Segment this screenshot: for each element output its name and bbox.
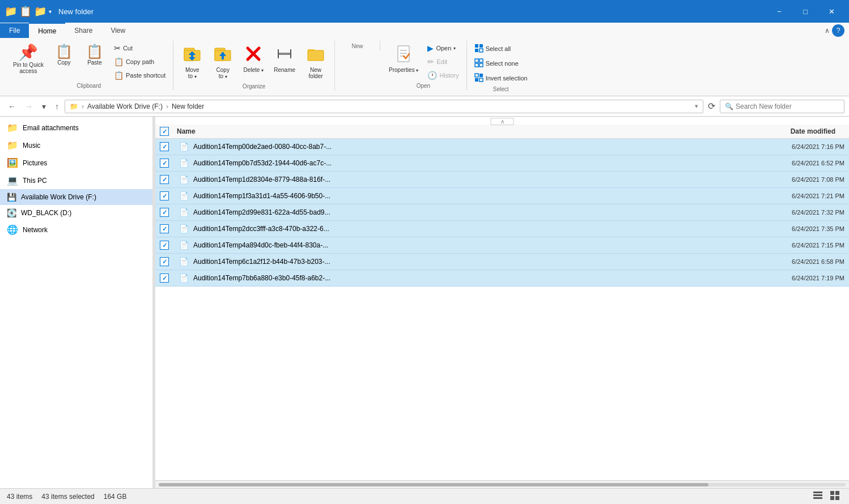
sidebar-item-wd-black[interactable]: 💽 WD_BLACK (D:) (0, 205, 152, 221)
header-name[interactable]: Name (177, 127, 750, 135)
up-button[interactable]: ↑ (52, 100, 62, 113)
maximize-button[interactable]: □ (792, 0, 818, 23)
copy-button[interactable]: 📋 Copy (50, 42, 78, 69)
header-checkbox-area (160, 127, 177, 136)
rename-button[interactable]: Rename (270, 42, 299, 76)
delete-label: Delete ▾ (243, 67, 264, 73)
table-row[interactable]: 📄 Audition14Temp00de2aed-0080-40cc-8ab7-… (155, 139, 849, 155)
row-checkbox[interactable] (160, 224, 169, 233)
properties-button[interactable]: Properties ▾ (385, 42, 422, 76)
sidebar-item-this-pc[interactable]: 💻 This PC (0, 172, 152, 189)
horizontal-scrollbar[interactable] (155, 480, 849, 488)
sidebar-item-pictures[interactable]: 🖼️ Pictures (0, 154, 152, 172)
copy-to-button[interactable]: Copyto ▾ (209, 42, 237, 82)
breadcrumb-drive[interactable]: Available Work Drive (F:) (87, 102, 163, 110)
tab-share[interactable]: Share (65, 23, 101, 38)
search-input[interactable] (736, 102, 839, 110)
header-checkbox[interactable] (160, 127, 169, 136)
tab-view[interactable]: View (101, 23, 134, 38)
history-button[interactable]: 🕐 History (424, 69, 461, 82)
collapse-area: ∧ (155, 117, 849, 125)
row-checkbox[interactable] (160, 175, 169, 184)
details-view-button[interactable] (810, 489, 825, 503)
select-none-icon (474, 58, 483, 69)
invert-selection-button[interactable]: Invert selection (472, 71, 530, 85)
tab-home[interactable]: Home (29, 23, 65, 39)
sidebar-item-available-work-drive[interactable]: 💾 Available Work Drive (F:) (0, 189, 152, 205)
paste-button[interactable]: 📋 Paste (80, 42, 109, 69)
table-row[interactable]: 📄 Audition14Temp1d28304e-8779-488a-816f-… (155, 172, 849, 188)
edit-label: Edit (436, 58, 447, 65)
move-to-icon (183, 45, 201, 66)
row-checkbox-area (160, 224, 177, 233)
svg-rect-18 (479, 49, 483, 52)
delete-button[interactable]: Delete ▾ (239, 42, 268, 76)
sidebar-item-music[interactable]: 📁 Music (0, 136, 152, 154)
row-checkbox[interactable] (160, 142, 169, 151)
move-to-button[interactable]: Moveto ▾ (178, 42, 206, 82)
row-checkbox[interactable] (160, 191, 169, 200)
breadcrumb-folder[interactable]: New folder (172, 102, 204, 110)
pin-to-quick-access-button[interactable]: 📌 Pin to Quickaccess (9, 42, 48, 77)
file-list-header: Name Date modified (155, 125, 849, 139)
pin-icon: 📌 (18, 45, 38, 61)
app-icon-3: 📁 (34, 5, 46, 18)
select-none-button[interactable]: Select none (472, 57, 530, 70)
sidebar-item-network[interactable]: 🌐 Network (0, 221, 152, 238)
minimize-button[interactable]: − (766, 0, 792, 23)
forward-button[interactable]: → (22, 100, 36, 113)
table-row[interactable]: 📄 Audition14Temp1f3a31d1-4a55-4606-9b50-… (155, 188, 849, 204)
open-button[interactable]: ▶ Open ▾ (424, 42, 461, 54)
table-row[interactable]: 📄 Audition14Temp7bb6a880-e3b0-45f8-a6b2-… (155, 270, 849, 287)
select-all-button[interactable]: Select all (472, 42, 530, 55)
edit-button[interactable]: ✏ Edit (424, 55, 461, 68)
new-folder-button[interactable]: Newfolder (302, 42, 330, 82)
table-row[interactable]: 📄 Audition14Temp2d99e831-622a-4d55-bad9.… (155, 204, 849, 221)
row-checkbox[interactable] (160, 274, 169, 283)
svg-rect-7 (278, 49, 279, 58)
cut-button[interactable]: ✂ Cut (111, 42, 168, 54)
move-to-label: Moveto ▾ (185, 67, 199, 79)
table-row[interactable]: 📄 Audition14Temp2dcc3fff-a3c8-470b-a322-… (155, 221, 849, 237)
table-row[interactable]: 📄 Audition14Temp0b7d53d2-1944-40d6-ac7c-… (155, 155, 849, 172)
row-checkbox[interactable] (160, 208, 169, 217)
table-row[interactable]: 📄 Audition14Temp6c1a2f12-b44b-47b3-b203-… (155, 254, 849, 270)
header-date-modified[interactable]: Date modified (750, 127, 835, 135)
large-icons-view-button[interactable] (827, 489, 842, 503)
table-row[interactable]: 📄 Audition14Temp4a894d0c-fbeb-44f4-830a-… (155, 237, 849, 254)
row-checkbox[interactable] (160, 241, 169, 250)
file-name: Audition14Temp2d99e831-622a-4d55-bad9... (193, 208, 757, 216)
pictures-icon: 🖼️ (7, 157, 18, 168)
sidebar-item-email-attachments[interactable]: 📁 Email attachments (0, 119, 152, 136)
tab-file[interactable]: File (0, 23, 29, 38)
recent-locations-button[interactable]: ▾ (39, 100, 49, 113)
sidebar-label-available-work-drive: Available Work Drive (F:) (21, 193, 96, 201)
row-checkbox[interactable] (160, 159, 169, 168)
sidebar-label-wd-black: WD_BLACK (D:) (21, 209, 71, 217)
network-icon: 🌐 (7, 224, 18, 235)
breadcrumb-dropdown-icon[interactable]: ▾ (695, 102, 698, 110)
select-items: Select all Select no (472, 42, 530, 85)
title-bar-dropdown-icon[interactable]: ▾ (49, 8, 52, 15)
row-checkbox-area (160, 241, 177, 250)
breadcrumb[interactable]: 📁 › Available Work Drive (F:) › New fold… (65, 100, 703, 113)
file-date: 6/24/2021 7:32 PM (759, 209, 844, 216)
paste-label: Paste (87, 59, 102, 66)
close-button[interactable]: ✕ (818, 0, 844, 23)
file-date: 6/24/2021 7:21 PM (759, 193, 844, 199)
paste-shortcut-button[interactable]: 📋 Paste shortcut (111, 69, 168, 82)
back-button[interactable]: ← (5, 100, 19, 113)
row-checkbox[interactable] (160, 257, 169, 266)
svg-rect-30 (830, 491, 834, 495)
collapse-button[interactable]: ∧ (491, 118, 514, 125)
copy-path-button[interactable]: 📋 Copy path (111, 55, 168, 68)
file-icon: 📄 (179, 274, 189, 283)
help-button[interactable]: ? (832, 24, 844, 37)
content-area: 📁 Email attachments 📁 Music 🖼️ Pictures … (0, 117, 849, 488)
delete-icon (244, 45, 262, 66)
wd-black-icon: 💽 (7, 208, 16, 217)
ribbon-collapse-button[interactable]: ∧ (825, 27, 830, 35)
refresh-button[interactable]: ⟳ (706, 99, 718, 114)
copy-path-label: Copy path (126, 58, 154, 65)
breadcrumb-folder-icon: 📁 (70, 102, 78, 110)
